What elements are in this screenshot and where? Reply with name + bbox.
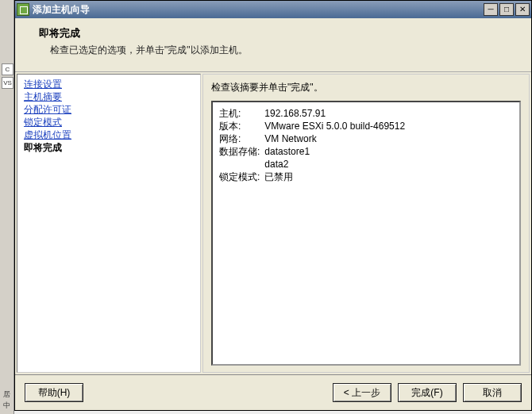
page-description: 检查已选定的选项，并单击"完成"以添加主机。	[39, 44, 520, 57]
maximize-button[interactable]: □	[499, 3, 514, 16]
finish-button[interactable]: 完成(F)	[398, 383, 457, 402]
wizard-footer: 帮助(H) < 上一步 完成(F) 取消	[15, 374, 531, 410]
value-network: VM Network	[264, 132, 410, 145]
value-lockdown: 已禁用	[264, 171, 410, 183]
nav-step-ready: 即将完成	[24, 141, 194, 154]
back-button[interactable]: < 上一步	[333, 383, 391, 402]
content-instruction: 检查该摘要并单击"完成"。	[211, 81, 521, 94]
cancel-button[interactable]: 取消	[463, 383, 522, 402]
wizard-window: 添加主机向导 ─ □ ✕ 即将完成 检查已选定的选项，并单击"完成"以添加主机。…	[14, 0, 532, 411]
table-row: 主机: 192.168.57.91	[219, 107, 410, 120]
app-left-strip: C VS 居 中	[0, 0, 14, 414]
window-title: 添加主机向导	[33, 3, 482, 17]
left-strip-bottom: 居 中	[0, 389, 13, 411]
value-host: 192.168.57.91	[264, 107, 410, 120]
label-lockdown: 锁定模式:	[219, 171, 264, 183]
value-version: VMware ESXi 5.0.0 build-469512	[264, 120, 410, 132]
app-icon	[17, 3, 29, 16]
wizard-body: 连接设置 主机摘要 分配许可证 锁定模式 虚拟机位置 即将完成 检查该摘要并单击…	[15, 72, 531, 374]
nav-step-summary[interactable]: 主机摘要	[24, 90, 194, 103]
close-button[interactable]: ✕	[515, 3, 530, 16]
left-strip-item: VS	[2, 77, 13, 89]
label-host: 主机:	[219, 107, 264, 120]
left-strip-item: C	[2, 63, 13, 75]
summary-box: 主机: 192.168.57.91 版本: VMware ESXi 5.0.0 …	[211, 101, 521, 366]
value-datastore1: datastore1	[264, 145, 410, 158]
wizard-header: 即将完成 检查已选定的选项，并单击"完成"以添加主机。	[15, 18, 531, 72]
table-row: 锁定模式: 已禁用	[219, 171, 410, 183]
help-button[interactable]: 帮助(H)	[25, 383, 83, 402]
table-row: 版本: VMware ESXi 5.0.0 build-469512	[219, 120, 410, 132]
value-datastore2: data2	[264, 158, 410, 171]
table-row: data2	[219, 158, 410, 171]
titlebar: 添加主机向导 ─ □ ✕	[15, 1, 531, 18]
minimize-button[interactable]: ─	[484, 3, 498, 16]
label-datastore: 数据存储:	[219, 145, 264, 158]
summary-table: 主机: 192.168.57.91 版本: VMware ESXi 5.0.0 …	[219, 107, 410, 183]
page-title: 即将完成	[39, 26, 520, 40]
nav-step-license[interactable]: 分配许可证	[24, 103, 194, 116]
wizard-nav: 连接设置 主机摘要 分配许可证 锁定模式 虚拟机位置 即将完成	[17, 74, 201, 373]
nav-step-vmlocation[interactable]: 虚拟机位置	[24, 128, 194, 141]
wizard-content: 检查该摘要并单击"完成"。 主机: 192.168.57.91 版本: VMwa…	[202, 74, 530, 373]
nav-step-connection[interactable]: 连接设置	[24, 78, 194, 90]
table-row: 数据存储: datastore1	[219, 145, 410, 158]
nav-step-lockdown[interactable]: 锁定模式	[24, 116, 194, 128]
label-network: 网络:	[219, 132, 264, 145]
label-version: 版本:	[219, 120, 264, 132]
table-row: 网络: VM Network	[219, 132, 410, 145]
